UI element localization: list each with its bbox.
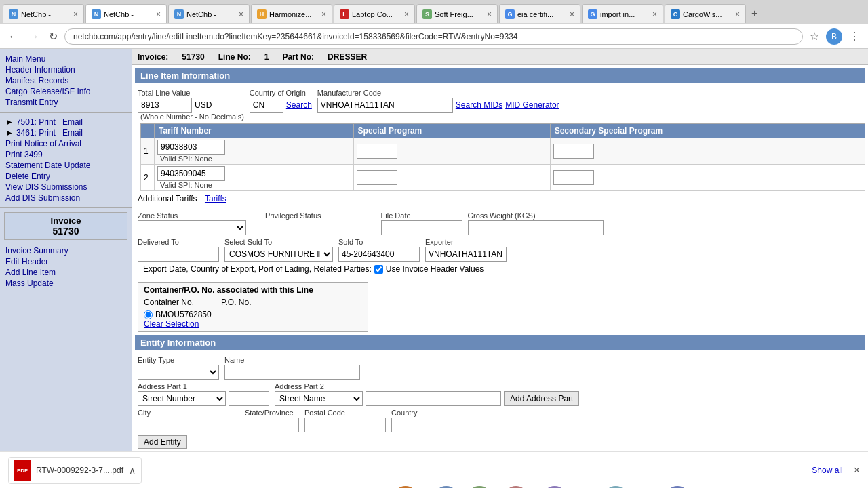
tariff-row-1-valid-spi: Valid SPI: None: [160, 155, 351, 163]
tab-7[interactable]: G eia certifi... ×: [499, 4, 580, 23]
tariff-row-2-special: [353, 165, 550, 191]
whole-number-note: (Whole Number - No Decimals): [140, 113, 244, 121]
country-input[interactable]: [391, 418, 425, 432]
sidebar-item-add-dis[interactable]: Add DIS Submission: [5, 192, 126, 203]
tab-9-close[interactable]: ×: [735, 9, 740, 19]
download-expand-button[interactable]: ∧: [129, 465, 136, 476]
tariff-row-1-secondary-input[interactable]: [553, 144, 594, 159]
tariff-table: Tariff Number Special Program Secondary …: [140, 123, 865, 191]
sidebar-item-main-menu[interactable]: Main Menu: [5, 54, 126, 64]
address-part1-input[interactable]: [229, 391, 269, 406]
tab-8-close[interactable]: ×: [652, 9, 657, 19]
tariff-row-2-special-input[interactable]: [357, 170, 397, 185]
sold-to-input[interactable]: [338, 247, 420, 262]
use-invoice-header-checkbox[interactable]: [374, 265, 383, 274]
tariff-row-1-tariff-input[interactable]: [157, 140, 225, 155]
download-bar-close-button[interactable]: ×: [854, 464, 860, 476]
sidebar-item-3461[interactable]: 3461: Print Email: [16, 127, 83, 138]
tab-8[interactable]: G import in... ×: [582, 4, 663, 23]
add-address-part-button[interactable]: Add Address Part: [504, 391, 579, 406]
entity-type-select[interactable]: [138, 365, 219, 380]
manufacturer-code-group: Manufacturer Code Search MIDs MID Genera…: [317, 89, 559, 113]
tab-2-close[interactable]: ×: [156, 9, 161, 19]
zone-status-select[interactable]: [138, 220, 246, 235]
postal-input[interactable]: [304, 418, 386, 432]
tariff-row-1-special-input[interactable]: [357, 144, 397, 159]
pdf-icon: PDF: [14, 460, 31, 481]
sidebar-item-statement-date[interactable]: Statement Date Update: [5, 160, 126, 171]
tab-3-close[interactable]: ×: [239, 9, 243, 19]
tab-4-close[interactable]: ×: [321, 9, 326, 19]
address-part1-type-select[interactable]: Street Number: [138, 391, 226, 406]
sidebar-item-print-arrival[interactable]: Print Notice of Arrival: [5, 138, 126, 149]
reload-button[interactable]: ↻: [46, 28, 60, 44]
tariffs-link[interactable]: Tariffs: [205, 194, 226, 203]
add-entity-button[interactable]: Add Entity: [138, 435, 187, 449]
sidebar-divider-2: [0, 207, 132, 208]
delivered-to-input[interactable]: [138, 247, 219, 262]
search-mids-link[interactable]: Search MIDs: [456, 100, 502, 110]
sidebar-item-transmit[interactable]: Transmit Entry: [5, 97, 126, 108]
tariff-row-1-secondary: [550, 138, 865, 165]
menu-button[interactable]: ⋮: [846, 28, 863, 44]
address-part2-type-select[interactable]: Street Name: [275, 391, 363, 406]
show-all-link[interactable]: Show all: [812, 466, 842, 475]
container-item: BMOU5762850: [144, 310, 362, 319]
tab-6[interactable]: S Soft Freig... ×: [416, 4, 498, 23]
entity-name-input[interactable]: [224, 365, 360, 380]
city-input[interactable]: [138, 418, 239, 432]
sidebar-item-add-line[interactable]: Add Line Item: [5, 267, 126, 278]
country-of-origin-input[interactable]: [250, 98, 283, 113]
sidebar-item-invoice-summary[interactable]: Invoice Summary: [5, 245, 126, 256]
tab-2[interactable]: N NetChb - ×: [85, 4, 167, 23]
profile-button[interactable]: B: [826, 28, 842, 45]
manufacturer-code-input[interactable]: [317, 98, 453, 113]
sidebar-item-mass-update[interactable]: Mass Update: [5, 278, 126, 289]
zone-status-area: Zone Status Privileged Status File Date …: [132, 209, 868, 279]
tab-1-close[interactable]: ×: [73, 9, 78, 19]
tab-9[interactable]: C CargoWis... ×: [665, 4, 746, 23]
tab-7-close[interactable]: ×: [570, 9, 574, 19]
search-link[interactable]: Search: [286, 100, 312, 110]
tab-bar: N NetChb - × N NetChb - × N NetChb - × H…: [0, 0, 868, 24]
tariff-row-2-tariff-input[interactable]: [157, 166, 225, 181]
sidebar-item-7501[interactable]: 7501: Print Email: [16, 117, 83, 127]
download-filename: RTW-0009292-3-7....pdf: [36, 466, 123, 475]
sidebar-item-manifest[interactable]: Manifest Records: [5, 75, 126, 86]
tab-5[interactable]: L Laptop Co... ×: [334, 4, 415, 23]
tab-5-close[interactable]: ×: [404, 9, 409, 19]
address-part2-input[interactable]: [366, 391, 501, 406]
sidebar-item-cargo[interactable]: Cargo Release/ISF Info: [5, 86, 126, 97]
total-line-value-input[interactable]: [138, 98, 192, 113]
tab-4[interactable]: H Harmonize... ×: [251, 4, 332, 23]
forward-button[interactable]: →: [26, 29, 42, 44]
gross-weight-input[interactable]: [468, 220, 604, 235]
exporter-input[interactable]: [425, 247, 507, 262]
tariff-col-num: [141, 124, 155, 138]
clear-selection-link[interactable]: Clear Selection: [144, 319, 199, 329]
exporter-label: Exporter: [425, 238, 507, 246]
back-button[interactable]: ←: [5, 29, 22, 44]
privileged-status-group: Privileged Status: [265, 211, 321, 220]
browser-controls: ← → ↻ ☆ B ⋮: [0, 24, 868, 49]
address-bar[interactable]: [64, 28, 803, 45]
new-tab-button[interactable]: +: [747, 7, 762, 20]
sidebar-item-edit-header[interactable]: Edit Header: [5, 256, 126, 267]
tariff-row-2-secondary-input[interactable]: [553, 170, 594, 185]
container-columns: Container No. P.O. No.: [144, 298, 362, 307]
sidebar-item-print-3499[interactable]: Print 3499: [5, 149, 126, 160]
country-of-origin-label: Country of Origin: [250, 89, 312, 97]
sidebar-item-view-dis[interactable]: View DIS Submissions: [5, 182, 126, 192]
bookmark-button[interactable]: ☆: [807, 28, 822, 44]
tab-1[interactable]: N NetChb - ×: [3, 4, 84, 23]
state-input[interactable]: [245, 418, 299, 432]
tariff-row-2-secondary: [550, 165, 865, 191]
sidebar-item-header-info[interactable]: Header Information: [5, 64, 126, 75]
mid-generator-link[interactable]: MID Generator: [505, 100, 559, 110]
tab-6-close[interactable]: ×: [487, 9, 492, 19]
sidebar-item-delete-entry[interactable]: Delete Entry: [5, 171, 126, 182]
file-date-input[interactable]: [381, 220, 462, 235]
tab-3[interactable]: N NetChb - ×: [168, 4, 250, 23]
select-sold-to-select[interactable]: COSMOS FURNITURE INC: [224, 247, 333, 262]
container-radio[interactable]: [144, 310, 153, 319]
